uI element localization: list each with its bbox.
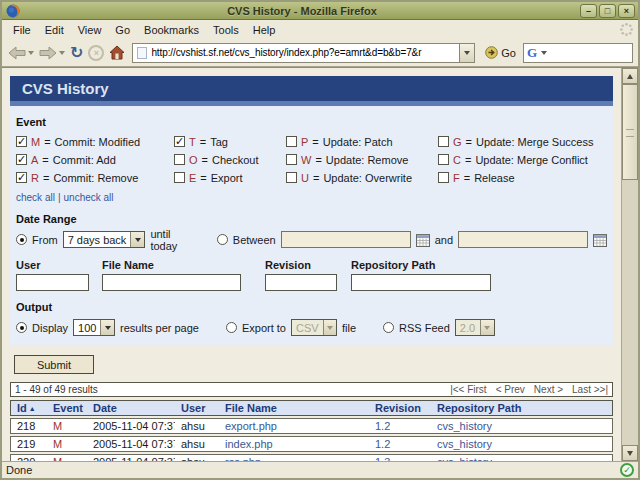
pagination-last[interactable]: Last >>| bbox=[572, 384, 608, 395]
event-option-tag[interactable]: T = Tag bbox=[174, 134, 286, 149]
results-per-page-select[interactable]: 100 bbox=[73, 319, 115, 336]
display-radio[interactable] bbox=[16, 322, 27, 333]
submit-button[interactable]: Submit bbox=[14, 355, 94, 374]
url-bar[interactable]: http://cvshist.sf.net/cvs_history/index.… bbox=[132, 43, 475, 63]
checkbox[interactable] bbox=[16, 172, 27, 183]
checkbox[interactable] bbox=[16, 136, 27, 147]
rss-version-value: 2.0 bbox=[456, 322, 479, 334]
column-header-repository-path[interactable]: Repository Path bbox=[431, 402, 612, 414]
event-letter: E bbox=[189, 172, 196, 184]
column-header-date[interactable]: Date bbox=[87, 402, 175, 414]
pagination-next[interactable]: Next > bbox=[534, 384, 563, 395]
chevron-down-icon[interactable] bbox=[130, 232, 144, 247]
scroll-up-button[interactable] bbox=[622, 68, 638, 84]
row-path-link[interactable]: cvs_history bbox=[431, 420, 612, 432]
event-option-merge-conflict[interactable]: C = Update: Merge Conflict bbox=[438, 152, 607, 167]
row-file-link[interactable]: index.php bbox=[219, 438, 369, 450]
between-radio[interactable] bbox=[217, 234, 228, 245]
back-button[interactable] bbox=[7, 42, 35, 64]
url-dropdown-button[interactable] bbox=[459, 44, 474, 62]
event-option-patch[interactable]: P = Update: Patch bbox=[286, 134, 438, 149]
export-radio[interactable] bbox=[226, 322, 237, 333]
checkbox[interactable] bbox=[174, 154, 185, 165]
file-name-input[interactable] bbox=[102, 274, 241, 291]
repository-path-input[interactable] bbox=[351, 274, 491, 291]
back-history-dropdown-icon[interactable] bbox=[28, 51, 34, 55]
checkbox[interactable] bbox=[174, 136, 185, 147]
minimize-button[interactable]: – bbox=[580, 4, 597, 18]
check-all-link[interactable]: check all bbox=[16, 192, 55, 203]
forward-history-dropdown-icon[interactable] bbox=[59, 51, 65, 55]
results-bar: 1 - 49 of 49 results |<< First < Prev Ne… bbox=[10, 382, 613, 397]
stop-button[interactable]: × bbox=[87, 42, 105, 64]
pagination-prev[interactable]: < Prev bbox=[496, 384, 525, 395]
event-option-modified[interactable]: M = Commit: Modified bbox=[16, 134, 174, 149]
search-engine-dropdown-icon[interactable] bbox=[541, 51, 547, 55]
menu-help[interactable]: Help bbox=[246, 22, 283, 38]
event-letter: G bbox=[453, 136, 462, 148]
checkbox[interactable] bbox=[438, 172, 449, 183]
from-radio[interactable] bbox=[16, 234, 27, 245]
checkbox[interactable] bbox=[438, 136, 449, 147]
checkbox[interactable] bbox=[286, 172, 297, 183]
menu-go[interactable]: Go bbox=[108, 22, 137, 38]
checkbox[interactable] bbox=[438, 154, 449, 165]
uncheck-all-link[interactable]: uncheck all bbox=[64, 192, 114, 203]
column-header-file-name[interactable]: File Name bbox=[219, 402, 369, 414]
event-option-merge-success[interactable]: G = Update: Merge Success bbox=[438, 134, 607, 149]
go-button[interactable]: Go bbox=[481, 42, 520, 64]
checkbox[interactable] bbox=[286, 136, 297, 147]
calendar-icon[interactable] bbox=[416, 233, 430, 247]
user-input[interactable] bbox=[16, 274, 89, 291]
url-text[interactable]: http://cvshist.sf.net/cvs_history/index.… bbox=[151, 47, 459, 58]
event-option-update-remove[interactable]: W = Update: Remove bbox=[286, 152, 438, 167]
maximize-button[interactable]: □ bbox=[599, 4, 616, 18]
calendar-icon[interactable] bbox=[593, 233, 607, 247]
event-option-checkout[interactable]: O = Checkout bbox=[174, 152, 286, 167]
search-input[interactable]: G bbox=[523, 43, 633, 63]
pagination-first[interactable]: |<< First bbox=[450, 384, 487, 395]
submit-row: Submit bbox=[14, 355, 613, 374]
column-header-revision[interactable]: Revision bbox=[369, 402, 431, 414]
menu-tools[interactable]: Tools bbox=[206, 22, 246, 38]
row-revision-link[interactable]: 1.2 bbox=[369, 420, 431, 432]
row-revision-link[interactable]: 1.2 bbox=[369, 438, 431, 450]
column-header-event[interactable]: Event bbox=[47, 402, 87, 414]
revision-input[interactable] bbox=[265, 274, 337, 291]
scrollbar-thumb[interactable] bbox=[622, 84, 638, 180]
between-start-input[interactable] bbox=[281, 231, 411, 248]
menu-bookmarks[interactable]: Bookmarks bbox=[137, 22, 206, 38]
forward-button[interactable] bbox=[38, 42, 66, 64]
row-path-link[interactable]: cvs_history bbox=[431, 438, 612, 450]
menu-file[interactable]: File bbox=[6, 22, 38, 38]
event-separator: = bbox=[315, 154, 321, 166]
event-option-release[interactable]: F = Release bbox=[438, 170, 607, 185]
event-option-remove[interactable]: R = Commit: Remove bbox=[16, 170, 174, 185]
from-period-select[interactable]: 7 days back bbox=[63, 231, 146, 248]
vertical-scrollbar[interactable] bbox=[621, 68, 638, 461]
checkbox[interactable] bbox=[16, 154, 27, 165]
event-label: Update: Remove bbox=[326, 154, 409, 166]
scroll-up-icon bbox=[627, 74, 633, 79]
menu-edit[interactable]: Edit bbox=[38, 22, 71, 38]
chevron-down-icon[interactable] bbox=[100, 320, 114, 335]
checkbox[interactable] bbox=[174, 172, 185, 183]
event-option-add[interactable]: A = Commit: Add bbox=[16, 152, 174, 167]
table-row: 220 M 2005-11-04 07:37:00 ahsu rss.php 1… bbox=[10, 454, 613, 461]
event-option-export[interactable]: E = Export bbox=[174, 170, 286, 185]
rss-radio[interactable] bbox=[383, 322, 394, 333]
close-button[interactable]: × bbox=[618, 4, 635, 18]
results-summary: 1 - 49 of 49 results bbox=[15, 384, 98, 395]
column-header-id[interactable]: Id▲ bbox=[11, 402, 47, 414]
row-id: 219 bbox=[11, 438, 47, 450]
between-end-input[interactable] bbox=[458, 231, 588, 248]
column-header-user[interactable]: User bbox=[175, 402, 219, 414]
event-option-overwrite[interactable]: U = Update: Overwrite bbox=[286, 170, 438, 185]
date-range-controls: From 7 days back until today Between and bbox=[16, 230, 607, 249]
menu-view[interactable]: View bbox=[71, 22, 109, 38]
scroll-down-button[interactable] bbox=[622, 445, 638, 461]
home-button[interactable] bbox=[108, 42, 126, 64]
reload-button[interactable]: ↻ bbox=[69, 42, 84, 64]
checkbox[interactable] bbox=[286, 154, 297, 165]
row-file-link[interactable]: export.php bbox=[219, 420, 369, 432]
